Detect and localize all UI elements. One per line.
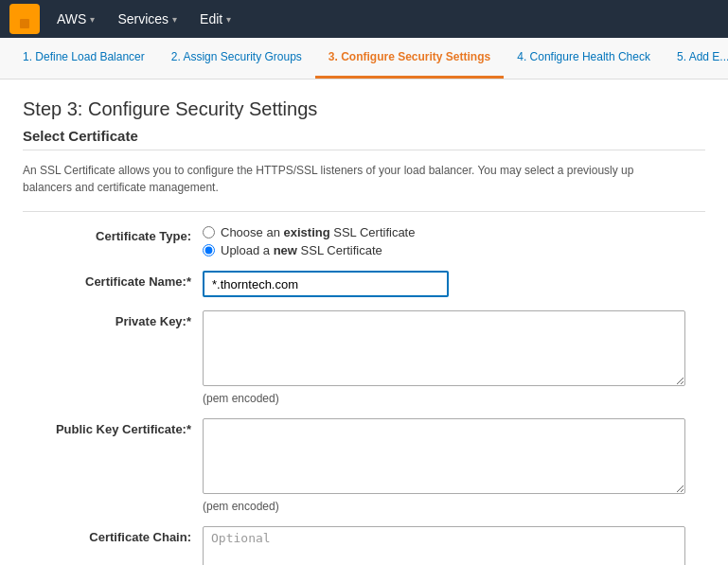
certificate-name-label: Certificate Name:* [23, 271, 203, 289]
aws-label: AWS [57, 11, 86, 26]
cert-existing-radio[interactable] [203, 226, 215, 238]
certificate-type-label: Certificate Type: [23, 225, 203, 243]
tab-configure-security-settings[interactable]: 3. Configure Security Settings [315, 38, 504, 79]
new-bold: new [274, 243, 297, 257]
certificate-chain-textarea[interactable] [203, 526, 685, 565]
form-section: Certificate Type: Choose an existing SSL… [23, 211, 705, 565]
aws-caret-icon: ▾ [90, 14, 95, 25]
public-key-row: Public Key Certificate:* (pem encoded) [23, 418, 705, 513]
tab-define-load-balancer[interactable]: 1. Define Load Balancer [9, 38, 158, 79]
private-key-control: (pem encoded) [203, 310, 695, 405]
certificate-chain-label: Certificate Chain: [23, 526, 203, 544]
certificate-chain-row: Certificate Chain: (pem encoded) [23, 526, 705, 565]
wizard-tabs: 1. Define Load Balancer 2. Assign Securi… [0, 38, 728, 79]
private-key-row: Private Key:* (pem encoded) [23, 310, 705, 405]
aws-menu-button[interactable]: AWS ▾ [47, 8, 104, 30]
certificate-name-control [203, 271, 695, 297]
aws-logo-icon [11, 6, 38, 32]
top-nav: AWS ▾ Services ▾ Edit ▾ [0, 0, 728, 38]
public-key-control: (pem encoded) [203, 418, 695, 513]
edit-label: Edit [200, 11, 222, 26]
edit-menu-button[interactable]: Edit ▾ [190, 8, 240, 30]
certificate-name-row: Certificate Name:* [23, 271, 705, 297]
public-key-hint: (pem encoded) [203, 500, 695, 513]
tab-add-ec2[interactable]: 5. Add E... [664, 38, 728, 79]
certificate-type-radio-group: Choose an existing SSL Certificate Uploa… [203, 225, 695, 257]
page-title: Step 3: Configure Security Settings [23, 98, 705, 120]
main-content: Step 3: Configure Security Settings Sele… [0, 79, 728, 565]
services-menu-button[interactable]: Services ▾ [108, 8, 186, 30]
existing-bold: existing [284, 225, 330, 239]
public-key-label: Public Key Certificate:* [23, 418, 203, 436]
certificate-name-input[interactable] [203, 271, 449, 297]
tab-configure-health-check[interactable]: 4. Configure Health Check [504, 38, 664, 79]
certificate-chain-control: (pem encoded) [203, 526, 695, 565]
tab-assign-security-groups[interactable]: 2. Assign Security Groups [158, 38, 315, 79]
certificate-type-row: Certificate Type: Choose an existing SSL… [23, 225, 705, 257]
public-key-textarea[interactable] [203, 418, 685, 494]
svg-rect-2 [20, 19, 29, 28]
cert-new-radio[interactable] [203, 244, 215, 256]
cert-existing-option[interactable]: Choose an existing SSL Certificate [203, 225, 695, 239]
aws-logo [9, 4, 40, 34]
edit-caret-icon: ▾ [226, 14, 231, 25]
services-label: Services [117, 11, 169, 26]
private-key-hint: (pem encoded) [203, 392, 695, 405]
private-key-label: Private Key:* [23, 310, 203, 328]
private-key-textarea[interactable] [203, 310, 685, 386]
description: An SSL Certificate allows you to configu… [23, 162, 705, 196]
section-title: Select Certificate [23, 128, 705, 150]
cert-new-option[interactable]: Upload a new SSL Certificate [203, 243, 695, 257]
services-caret-icon: ▾ [172, 14, 177, 25]
certificate-type-control: Choose an existing SSL Certificate Uploa… [203, 225, 695, 257]
